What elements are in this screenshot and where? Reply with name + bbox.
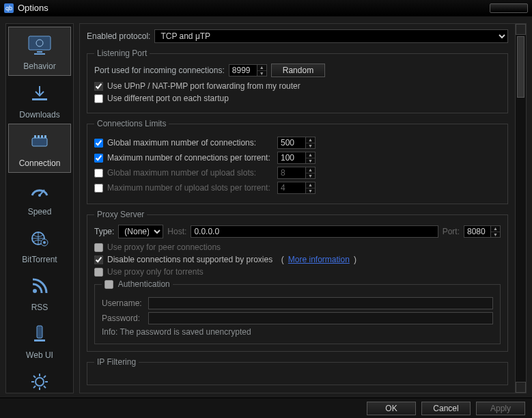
proxy-host-label: Host:	[167, 227, 186, 236]
proxy-server-group: Proxy Server Type: (None) Host: Port: ▲▼	[87, 210, 508, 352]
authentication-checkbox	[104, 280, 113, 289]
scroll-track[interactable]	[516, 35, 526, 382]
ip-filtering-legend: IP Filtering	[94, 357, 139, 367]
sidebar-item-label: BitTorrent	[10, 255, 70, 264]
svg-rect-4	[32, 98, 47, 100]
proxy-port-input	[464, 225, 491, 238]
svg-rect-1	[37, 51, 42, 53]
max-conn-per-torrent-label: Maximum number of connections per torren…	[107, 153, 270, 163]
global-max-upload-slots-label: Global maximum number of upload slots:	[107, 168, 256, 178]
sidebar-item-webui[interactable]: Web UI	[8, 316, 71, 364]
proxy-disable-unsupported-checkbox[interactable]	[94, 255, 103, 264]
window-controls[interactable]	[490, 3, 528, 13]
global-max-conn-label: Global maximum number of connections:	[107, 138, 256, 148]
protocol-select[interactable]: TCP and μTP	[154, 29, 508, 43]
vertical-scrollbar[interactable]	[515, 24, 526, 393]
spinner-arrows: ▲▼	[306, 167, 316, 179]
proxy-disable-unsupported-label: Disable connections not supported by pro…	[107, 255, 272, 264]
proxy-torrents-only-label: Use proxy only for torrents	[107, 267, 204, 277]
password-label: Password:	[102, 314, 144, 323]
svg-point-15	[33, 289, 37, 293]
sidebar-item-behavior[interactable]: Behavior	[8, 27, 71, 76]
connections-limits-group: Connections Limits Global maximum number…	[87, 119, 508, 204]
svg-rect-17	[34, 339, 45, 342]
different-port-checkbox[interactable]	[94, 94, 103, 103]
svg-rect-0	[29, 36, 51, 50]
svg-line-25	[44, 376, 46, 378]
proxy-peer-label: Use proxy for peer connections	[107, 242, 221, 252]
upnp-checkbox[interactable]	[94, 82, 103, 91]
password-input	[148, 312, 493, 324]
max-upload-slots-per-torrent-label: Maximum number of upload slots per torre…	[107, 183, 270, 193]
incoming-port-input[interactable]	[229, 64, 257, 76]
max-upload-slots-per-torrent-checkbox[interactable]	[94, 184, 103, 193]
rss-icon	[23, 273, 56, 300]
svg-point-18	[36, 378, 44, 386]
apply-button[interactable]: Apply	[476, 402, 525, 415]
sidebar-item-label: Speed	[10, 207, 70, 217]
authentication-group: Authentication Username: Password: Info:…	[94, 279, 501, 344]
authentication-legend: Authentication	[102, 279, 173, 289]
global-max-conn-input[interactable]	[277, 137, 306, 149]
monitor-icon	[23, 31, 56, 59]
svg-line-26	[33, 386, 36, 388]
cancel-button[interactable]: Cancel	[421, 402, 471, 415]
scroll-up-button[interactable]	[516, 24, 526, 35]
different-port-label: Use different port on each startup	[107, 94, 229, 103]
password-info-text: Info: The password is saved unencrypted	[102, 327, 493, 337]
proxy-torrents-only-checkbox	[94, 268, 103, 277]
svg-line-23	[33, 376, 36, 378]
global-max-conn-checkbox[interactable]	[94, 139, 103, 148]
svg-rect-2	[34, 53, 45, 55]
max-conn-per-torrent-input[interactable]	[277, 152, 306, 164]
sidebar-item-label: Downloads	[10, 110, 70, 120]
settings-panel: Enabled protocol: TCP and μTP Listening …	[79, 23, 527, 393]
scroll-down-button[interactable]	[516, 382, 526, 393]
gear-icon	[23, 368, 56, 395]
svg-rect-16	[37, 326, 42, 338]
global-max-upload-slots-input	[277, 167, 306, 179]
svg-rect-9	[44, 135, 46, 138]
sidebar-item-speed[interactable]: Speed	[8, 173, 71, 221]
proxy-type-select[interactable]: (None)	[118, 225, 163, 238]
svg-rect-8	[41, 135, 43, 138]
ok-button[interactable]: OK	[367, 402, 416, 415]
spinner-arrows[interactable]: ▲▼	[257, 64, 267, 76]
proxy-server-legend: Proxy Server	[94, 210, 147, 219]
max-upload-slots-per-torrent-input	[277, 182, 306, 194]
sidebar-item-label: Connection	[10, 158, 69, 168]
sidebar-item-label: RSS	[10, 303, 70, 312]
more-information-link[interactable]: More information	[288, 255, 350, 264]
svg-rect-7	[38, 135, 40, 138]
svg-rect-6	[34, 135, 36, 138]
proxy-peer-checkbox	[94, 243, 103, 252]
sidebar-item-rss[interactable]: RSS	[8, 268, 71, 316]
incoming-port-label: Port used for incoming connections:	[94, 66, 225, 75]
server-icon	[23, 320, 56, 348]
spinner-arrows: ▲▼	[491, 225, 501, 238]
svg-line-24	[44, 386, 46, 388]
spinner-arrows[interactable]: ▲▼	[306, 152, 316, 164]
svg-point-11	[38, 194, 41, 197]
sidebar-item-label: Web UI	[10, 350, 70, 360]
random-port-button[interactable]: Random	[271, 64, 325, 77]
connection-icon	[23, 128, 56, 156]
listening-port-group: Listening Port Port used for incoming co…	[87, 48, 508, 113]
sidebar-item-connection[interactable]: Connection	[8, 124, 71, 173]
spinner-arrows[interactable]: ▲▼	[306, 137, 316, 149]
scroll-thumb[interactable]	[517, 36, 524, 98]
proxy-port-label: Port:	[443, 227, 460, 236]
username-input	[148, 297, 493, 309]
app-icon: qb	[4, 3, 14, 13]
sidebar-item-downloads[interactable]: Downloads	[8, 76, 71, 124]
username-label: Username:	[102, 298, 144, 308]
svg-rect-5	[32, 138, 47, 146]
proxy-type-label: Type:	[94, 227, 114, 236]
global-max-upload-slots-checkbox[interactable]	[94, 169, 103, 178]
window-title: Options	[18, 3, 48, 13]
svg-point-14	[43, 241, 46, 244]
listening-port-legend: Listening Port	[94, 48, 150, 58]
proxy-host-input	[191, 225, 438, 238]
sidebar-item-bittorrent[interactable]: BitTorrent	[8, 221, 71, 268]
max-conn-per-torrent-checkbox[interactable]	[94, 154, 103, 163]
